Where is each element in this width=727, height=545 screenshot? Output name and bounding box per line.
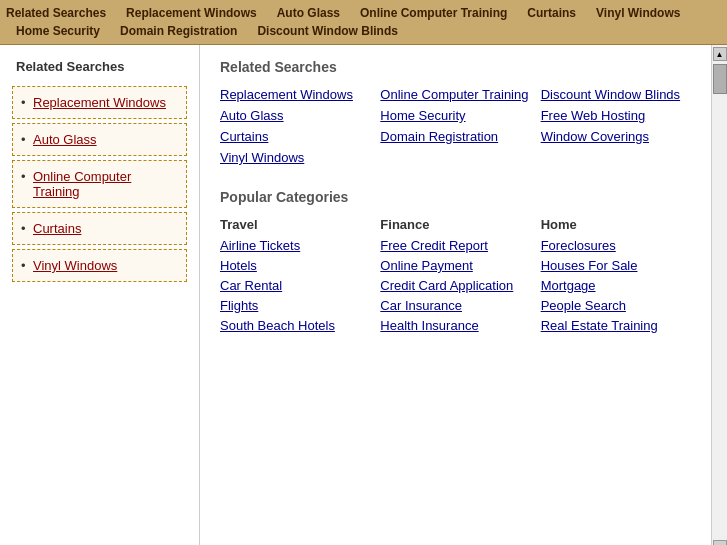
nav-item-curtains[interactable]: Curtains xyxy=(517,4,586,22)
rl-home-security[interactable]: Home Security xyxy=(380,108,530,123)
top-nav: Related Searches Replacement Windows Aut… xyxy=(0,0,727,45)
rl-domain-reg[interactable]: Domain Registration xyxy=(380,129,530,144)
sidebar-link-replacement-windows[interactable]: Replacement Windows xyxy=(33,95,166,110)
pl-car-rental[interactable]: Car Rental xyxy=(220,278,370,293)
pl-hotels[interactable]: Hotels xyxy=(220,258,370,273)
sidebar-item-online-computer[interactable]: Online Computer Training xyxy=(12,160,187,208)
sidebar-link-online-computer[interactable]: Online Computer Training xyxy=(33,169,131,199)
nav-item-auto-glass[interactable]: Auto Glass xyxy=(267,4,350,22)
nav-item-domain-reg[interactable]: Domain Registration xyxy=(110,22,247,40)
related-searches-heading: Related Searches xyxy=(220,59,691,75)
sidebar-item-vinyl-windows[interactable]: Vinyl Windows xyxy=(12,249,187,282)
pl-people-search[interactable]: People Search xyxy=(541,298,691,313)
nav-related-searches-label: Related Searches xyxy=(6,4,116,22)
pl-health-insurance[interactable]: Health Insurance xyxy=(380,318,530,333)
sidebar-link-vinyl-windows[interactable]: Vinyl Windows xyxy=(33,258,117,273)
pl-online-payment[interactable]: Online Payment xyxy=(380,258,530,273)
scroll-thumb[interactable] xyxy=(713,64,727,94)
main-content: Related Searches Replacement Windows Onl… xyxy=(200,45,711,545)
pl-credit-card[interactable]: Credit Card Application xyxy=(380,278,530,293)
pl-real-estate[interactable]: Real Estate Training xyxy=(541,318,691,333)
rl-curtains[interactable]: Curtains xyxy=(220,129,370,144)
rl-online-computer[interactable]: Online Computer Training xyxy=(380,87,530,102)
pl-credit-report[interactable]: Free Credit Report xyxy=(380,238,530,253)
nav-item-online-computer[interactable]: Online Computer Training xyxy=(350,4,517,22)
pl-houses[interactable]: Houses For Sale xyxy=(541,258,691,273)
sidebar-item-auto-glass[interactable]: Auto Glass xyxy=(12,123,187,156)
scrollbar: ▲ ▼ xyxy=(711,45,727,545)
nav-item-vinyl-windows[interactable]: Vinyl Windows xyxy=(586,4,690,22)
rl-discount-blinds[interactable]: Discount Window Blinds xyxy=(541,87,691,102)
related-links-grid: Replacement Windows Online Computer Trai… xyxy=(220,87,691,165)
sidebar-title: Related Searches xyxy=(0,55,199,82)
pl-flights[interactable]: Flights xyxy=(220,298,370,313)
popular-col-travel: Travel Airline Tickets Hotels Car Rental… xyxy=(220,217,370,338)
pl-south-beach[interactable]: South Beach Hotels xyxy=(220,318,370,333)
nav-item-discount-blinds[interactable]: Discount Window Blinds xyxy=(247,22,408,40)
sidebar-item-replacement-windows[interactable]: Replacement Windows xyxy=(12,86,187,119)
popular-columns: Travel Airline Tickets Hotels Car Rental… xyxy=(220,217,691,338)
popular-col-home: Home Foreclosures Houses For Sale Mortga… xyxy=(541,217,691,338)
pl-car-insurance[interactable]: Car Insurance xyxy=(380,298,530,313)
col-finance-title: Finance xyxy=(380,217,530,232)
rl-vinyl-windows[interactable]: Vinyl Windows xyxy=(220,150,370,165)
pl-foreclosures[interactable]: Foreclosures xyxy=(541,238,691,253)
nav-item-home-security[interactable]: Home Security xyxy=(6,22,110,40)
col-home-title: Home xyxy=(541,217,691,232)
nav-item-replacement-windows[interactable]: Replacement Windows xyxy=(116,4,267,22)
scroll-down-arrow[interactable]: ▼ xyxy=(713,540,727,545)
sidebar: Related Searches Replacement Windows Aut… xyxy=(0,45,200,545)
popular-categories-heading: Popular Categories xyxy=(220,189,691,205)
pl-mortgage[interactable]: Mortgage xyxy=(541,278,691,293)
sidebar-item-curtains[interactable]: Curtains xyxy=(12,212,187,245)
scroll-up-arrow[interactable]: ▲ xyxy=(713,47,727,61)
popular-col-finance: Finance Free Credit Report Online Paymen… xyxy=(380,217,530,338)
sidebar-link-curtains[interactable]: Curtains xyxy=(33,221,81,236)
rl-window-coverings[interactable]: Window Coverings xyxy=(541,129,691,144)
col-travel-title: Travel xyxy=(220,217,370,232)
rl-auto-glass[interactable]: Auto Glass xyxy=(220,108,370,123)
pl-airline[interactable]: Airline Tickets xyxy=(220,238,370,253)
popular-section: Popular Categories Travel Airline Ticket… xyxy=(220,189,691,338)
rl-free-web-hosting[interactable]: Free Web Hosting xyxy=(541,108,691,123)
sidebar-link-auto-glass[interactable]: Auto Glass xyxy=(33,132,97,147)
rl-replacement-windows[interactable]: Replacement Windows xyxy=(220,87,370,102)
